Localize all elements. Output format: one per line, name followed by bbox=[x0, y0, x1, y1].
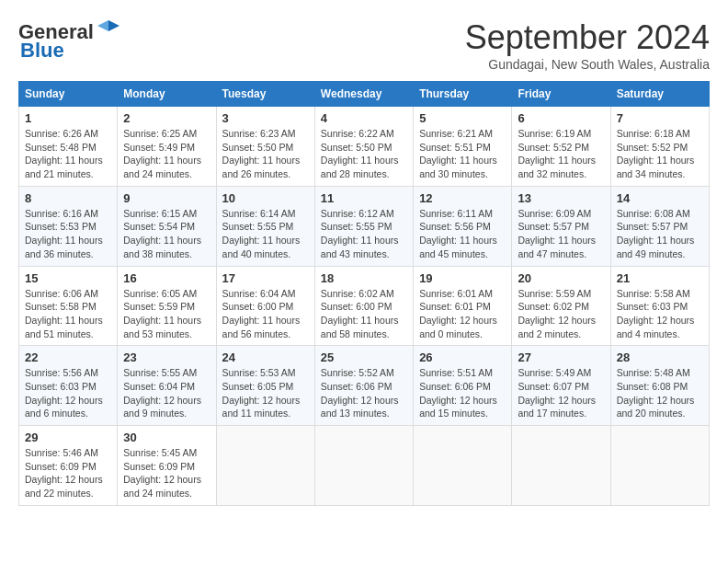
sunset-text: Sunset: 6:03 PM bbox=[617, 300, 703, 314]
daylight-text: Daylight: 11 hours and 53 minutes. bbox=[123, 314, 210, 340]
sunrise-text: Sunrise: 5:56 AM bbox=[25, 366, 111, 380]
sunrise-text: Sunrise: 5:59 AM bbox=[518, 287, 604, 301]
sunset-text: Sunset: 5:51 PM bbox=[419, 141, 506, 155]
svg-marker-0 bbox=[108, 20, 119, 31]
sunset-text: Sunset: 5:57 PM bbox=[617, 220, 703, 234]
table-row: 4Sunrise: 6:22 AMSunset: 5:50 PMDaylight… bbox=[314, 107, 413, 187]
title-block: September 2024 Gundagai, New South Wales… bbox=[465, 18, 710, 72]
table-row: 7Sunrise: 6:18 AMSunset: 5:52 PMDaylight… bbox=[610, 107, 709, 187]
sunset-text: Sunset: 5:59 PM bbox=[123, 300, 210, 314]
sunrise-text: Sunrise: 6:23 AM bbox=[222, 127, 309, 141]
day-info: Sunrise: 6:11 AMSunset: 5:56 PMDaylight:… bbox=[419, 207, 506, 261]
day-info: Sunrise: 6:04 AMSunset: 6:00 PMDaylight:… bbox=[222, 287, 309, 341]
calendar-row: 22Sunrise: 5:56 AMSunset: 6:03 PMDayligh… bbox=[19, 346, 710, 426]
day-number: 12 bbox=[419, 191, 506, 205]
sunrise-text: Sunrise: 6:01 AM bbox=[419, 287, 506, 301]
table-row: 21Sunrise: 5:58 AMSunset: 6:03 PMDayligh… bbox=[610, 266, 709, 346]
table-row: 18Sunrise: 6:02 AMSunset: 6:00 PMDayligh… bbox=[314, 266, 413, 346]
day-info: Sunrise: 5:51 AMSunset: 6:06 PMDaylight:… bbox=[419, 366, 506, 420]
day-info: Sunrise: 6:21 AMSunset: 5:51 PMDaylight:… bbox=[419, 127, 506, 181]
sunset-text: Sunset: 5:52 PM bbox=[617, 141, 703, 155]
sunset-text: Sunset: 5:50 PM bbox=[222, 141, 309, 155]
daylight-text: Daylight: 12 hours and 6 minutes. bbox=[25, 394, 111, 420]
svg-marker-1 bbox=[97, 20, 108, 31]
calendar-table: Sunday Monday Tuesday Wednesday Thursday… bbox=[18, 81, 710, 506]
daylight-text: Daylight: 11 hours and 26 minutes. bbox=[222, 154, 309, 180]
table-row: 24Sunrise: 5:53 AMSunset: 6:05 PMDayligh… bbox=[216, 346, 314, 426]
day-number: 6 bbox=[518, 111, 604, 125]
day-number: 16 bbox=[123, 271, 210, 285]
table-row: 22Sunrise: 5:56 AMSunset: 6:03 PMDayligh… bbox=[19, 346, 118, 426]
day-number: 21 bbox=[617, 271, 703, 285]
sunrise-text: Sunrise: 6:11 AM bbox=[419, 207, 506, 221]
daylight-text: Daylight: 12 hours and 2 minutes. bbox=[518, 314, 604, 340]
location-subtitle: Gundagai, New South Wales, Australia bbox=[465, 57, 710, 72]
daylight-text: Daylight: 11 hours and 45 minutes. bbox=[419, 234, 506, 260]
sunrise-text: Sunrise: 6:19 AM bbox=[518, 127, 604, 141]
sunset-text: Sunset: 5:55 PM bbox=[321, 220, 407, 234]
daylight-text: Daylight: 11 hours and 40 minutes. bbox=[222, 234, 309, 260]
sunset-text: Sunset: 6:00 PM bbox=[321, 300, 407, 314]
day-number: 1 bbox=[25, 111, 111, 125]
day-info: Sunrise: 5:52 AMSunset: 6:06 PMDaylight:… bbox=[321, 366, 407, 420]
table-row: 30Sunrise: 5:45 AMSunset: 6:09 PMDayligh… bbox=[118, 426, 216, 506]
table-row: 8Sunrise: 6:16 AMSunset: 5:53 PMDaylight… bbox=[19, 186, 118, 266]
table-row: 23Sunrise: 5:55 AMSunset: 6:04 PMDayligh… bbox=[118, 346, 216, 426]
col-friday: Friday bbox=[512, 82, 610, 107]
day-number: 22 bbox=[25, 350, 111, 364]
sunrise-text: Sunrise: 5:48 AM bbox=[617, 366, 703, 380]
day-number: 20 bbox=[518, 271, 604, 285]
day-info: Sunrise: 6:23 AMSunset: 5:50 PMDaylight:… bbox=[222, 127, 309, 181]
logo: General Blue bbox=[18, 18, 121, 63]
sunrise-text: Sunrise: 6:22 AM bbox=[321, 127, 407, 141]
table-row: 19Sunrise: 6:01 AMSunset: 6:01 PMDayligh… bbox=[414, 266, 512, 346]
day-number: 28 bbox=[617, 350, 703, 364]
sunset-text: Sunset: 5:52 PM bbox=[518, 141, 604, 155]
table-row bbox=[512, 426, 610, 506]
table-row: 17Sunrise: 6:04 AMSunset: 6:00 PMDayligh… bbox=[216, 266, 314, 346]
table-row: 1Sunrise: 6:26 AMSunset: 5:48 PMDaylight… bbox=[19, 107, 118, 187]
table-row: 12Sunrise: 6:11 AMSunset: 5:56 PMDayligh… bbox=[414, 186, 512, 266]
table-row: 14Sunrise: 6:08 AMSunset: 5:57 PMDayligh… bbox=[610, 186, 709, 266]
day-info: Sunrise: 5:45 AMSunset: 6:09 PMDaylight:… bbox=[123, 446, 210, 500]
daylight-text: Daylight: 11 hours and 36 minutes. bbox=[25, 234, 111, 260]
sunrise-text: Sunrise: 6:21 AM bbox=[419, 127, 506, 141]
table-row: 26Sunrise: 5:51 AMSunset: 6:06 PMDayligh… bbox=[414, 346, 512, 426]
day-number: 18 bbox=[321, 271, 407, 285]
day-number: 25 bbox=[321, 350, 407, 364]
page-header: General Blue September 2024 Gundagai, Ne… bbox=[18, 18, 710, 72]
day-number: 14 bbox=[617, 191, 703, 205]
day-number: 8 bbox=[25, 191, 111, 205]
table-row: 13Sunrise: 6:09 AMSunset: 5:57 PMDayligh… bbox=[512, 186, 610, 266]
sunset-text: Sunset: 6:03 PM bbox=[25, 380, 111, 394]
sunrise-text: Sunrise: 6:06 AM bbox=[25, 287, 111, 301]
sunset-text: Sunset: 5:48 PM bbox=[25, 141, 111, 155]
col-monday: Monday bbox=[118, 82, 216, 107]
day-info: Sunrise: 6:26 AMSunset: 5:48 PMDaylight:… bbox=[25, 127, 111, 181]
daylight-text: Daylight: 11 hours and 49 minutes. bbox=[617, 234, 703, 260]
day-info: Sunrise: 5:53 AMSunset: 6:05 PMDaylight:… bbox=[222, 366, 309, 420]
sunrise-text: Sunrise: 6:12 AM bbox=[321, 207, 407, 221]
logo-flag-icon bbox=[96, 18, 121, 44]
day-number: 5 bbox=[419, 111, 506, 125]
daylight-text: Daylight: 12 hours and 9 minutes. bbox=[123, 394, 210, 420]
sunrise-text: Sunrise: 6:15 AM bbox=[123, 207, 210, 221]
day-number: 11 bbox=[321, 191, 407, 205]
sunrise-text: Sunrise: 6:02 AM bbox=[321, 287, 407, 301]
day-info: Sunrise: 5:56 AMSunset: 6:03 PMDaylight:… bbox=[25, 366, 111, 420]
sunset-text: Sunset: 6:07 PM bbox=[518, 380, 604, 394]
daylight-text: Daylight: 11 hours and 30 minutes. bbox=[419, 154, 506, 180]
table-row: 25Sunrise: 5:52 AMSunset: 6:06 PMDayligh… bbox=[314, 346, 413, 426]
day-info: Sunrise: 6:19 AMSunset: 5:52 PMDaylight:… bbox=[518, 127, 604, 181]
daylight-text: Daylight: 11 hours and 56 minutes. bbox=[222, 314, 309, 340]
table-row bbox=[314, 426, 413, 506]
day-info: Sunrise: 6:08 AMSunset: 5:57 PMDaylight:… bbox=[617, 207, 703, 261]
day-info: Sunrise: 5:58 AMSunset: 6:03 PMDaylight:… bbox=[617, 287, 703, 341]
calendar-row: 15Sunrise: 6:06 AMSunset: 5:58 PMDayligh… bbox=[19, 266, 710, 346]
sunset-text: Sunset: 6:09 PM bbox=[25, 460, 111, 474]
sunset-text: Sunset: 5:55 PM bbox=[222, 220, 309, 234]
sunset-text: Sunset: 5:49 PM bbox=[123, 141, 210, 155]
day-info: Sunrise: 6:12 AMSunset: 5:55 PMDaylight:… bbox=[321, 207, 407, 261]
sunset-text: Sunset: 5:58 PM bbox=[25, 300, 111, 314]
sunrise-text: Sunrise: 6:09 AM bbox=[518, 207, 604, 221]
